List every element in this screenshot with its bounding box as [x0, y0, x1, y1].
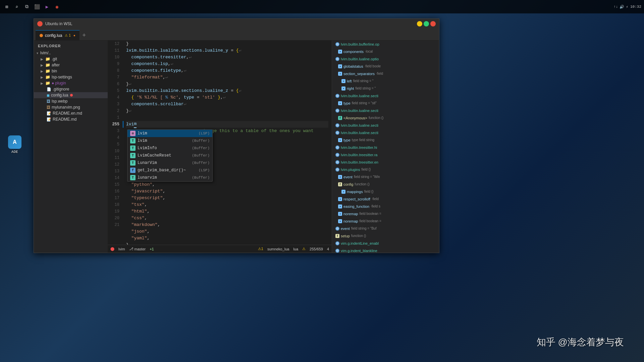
code-line: "markdown",: [126, 222, 328, 228]
rp-item-components[interactable]: ▪ components ·local: [332, 48, 439, 55]
sidebar-item-plugin[interactable]: ▶ 📁 ● plugin: [34, 80, 108, 86]
rp-item-treesitter-en[interactable]: ⊙ lvim.builtin.treesitter.en: [332, 159, 439, 166]
status-warning[interactable]: ⚠1: [258, 247, 263, 251]
rp-item-left[interactable]: ▪ left field string = ": [332, 77, 439, 85]
rp-type: ·local: [365, 49, 373, 55]
rp-type: field string = ": [353, 78, 374, 84]
rp-item-vimg-indent1[interactable]: ⊙ vim.g.indent_blankline: [332, 247, 439, 253]
editor-area: 12 11 10 9 8 7 6 5 4 3 2 1 255 3 4 5: [108, 41, 332, 253]
autocomplete-item-lvim-lsp[interactable]: ⊙ lvim (LSP): [127, 130, 212, 137]
taskbar-icon-chrome[interactable]: ◉: [53, 3, 61, 11]
code-line: }↵: [126, 81, 328, 87]
rp-label: setup: [341, 233, 350, 239]
close-button[interactable]: ×: [430, 21, 436, 26]
rp-label: noremap: [343, 218, 358, 224]
tab-config-lua[interactable]: config.lua ⚠ 1 ●: [36, 30, 79, 40]
rp-field-icon: ▪: [338, 212, 342, 216]
rp-item-type-stl2[interactable]: ▪ type type field string: [332, 136, 439, 144]
rp-item-event[interactable]: ▪ event field string = "Win: [332, 173, 439, 181]
rp-item-mappings[interactable]: ▪ mappings field {}: [332, 188, 439, 195]
rp-item-anonymous[interactable]: f <Anonymous> function (): [332, 114, 439, 122]
rp-item-respect-scrolloff[interactable]: ▪ respect_scrolloff ·field: [332, 195, 439, 203]
rp-type: function (): [369, 115, 383, 121]
rp-field-icon: ▪: [338, 204, 342, 208]
sidebar-item-lsp-settings[interactable]: ▶ 📁 lsp-settings: [34, 74, 108, 80]
rp-item-easing-function[interactable]: ▪ easing_function ·field s: [332, 203, 439, 210]
minimize-button[interactable]: ─: [417, 21, 422, 26]
icon-image: A: [8, 135, 21, 149]
maximize-button[interactable]: □: [424, 21, 429, 26]
sidebar-item-config-lua[interactable]: ◼ config.lua: [34, 92, 108, 98]
rp-item-plugins[interactable]: ⊙ lvim.plugins field {}: [332, 166, 439, 173]
rp-item-event2[interactable]: ⊙ event field string = "Buf: [332, 225, 439, 232]
rp-item-lualine-optio[interactable]: ⊙ lvim.builtin.lualine.optio: [332, 55, 439, 63]
rp-text: vim.g.indentLine_enabl: [341, 240, 379, 246]
rp-item-lualine-secti1[interactable]: ⊙ lvim.builtin.lualine.secti: [332, 92, 439, 100]
rp-item-section-separators[interactable]: ▪ section_separators ·field: [332, 70, 439, 77]
autocomplete-popup[interactable]: ⊙ lvim (LSP) T lvim (Buffer) T LvimInfo …: [127, 129, 213, 182]
sidebar-item-lsp-webp[interactable]: 🖼 lsp.webp: [34, 98, 108, 104]
file-icon: 📄: [47, 87, 51, 92]
code-line: }↵: [126, 108, 328, 114]
sidebar-item-readme-en[interactable]: 📝 README.en.md: [34, 110, 108, 116]
rp-item-lualine-secti2[interactable]: ⊙ lvim.builtin.lualine.secti: [332, 107, 439, 114]
new-tab-button[interactable]: +: [79, 31, 89, 40]
autocomplete-item-lunarvim[interactable]: T LunarVim (Buffer): [127, 159, 212, 167]
icon-text: A: [13, 139, 17, 145]
sidebar-item-png[interactable]: 🖼 mylunarvim.png: [34, 104, 108, 110]
ac-type: (Buffer): [192, 176, 210, 180]
sidebar-item-bin[interactable]: ▶ 📁 bin: [34, 68, 108, 74]
rp-label: left: [347, 78, 352, 84]
status-bar: ⬤ lvim ⎇ master +1 ⚠1 sumneko_lua lua ⚠ …: [108, 245, 332, 253]
rp-item-right[interactable]: ▪ right field string = ": [332, 85, 439, 92]
task-view-icon[interactable]: ⧉: [23, 3, 31, 11]
rp-circle-icon: ⊙: [335, 131, 339, 135]
sidebar-item-label: .git: [52, 57, 57, 61]
branch-name: master: [135, 247, 146, 251]
sidebar-item-gitignore[interactable]: 📄 .gitignore: [34, 86, 108, 92]
status-plus-one: +1: [150, 247, 154, 251]
title-bar-icon: [37, 21, 43, 26]
rp-type: ·field: [376, 71, 383, 77]
desktop-icon-ade[interactable]: A ADE: [7, 134, 23, 155]
ac-type: (LSP): [199, 168, 210, 172]
rp-item-noremap1[interactable]: ▪ noremap field boolean =: [332, 210, 439, 218]
start-icon[interactable]: ⊞: [3, 3, 11, 11]
sidebar-item-readme[interactable]: 📝 README.md: [34, 116, 108, 122]
sidebar-item-after[interactable]: ▶ 📁 after: [34, 62, 108, 68]
taskbar-icon-vscode[interactable]: ⬛: [33, 3, 41, 11]
sidebar-item-label: README.md: [53, 117, 76, 122]
rp-item-lualine-secti4[interactable]: ⊙ lvim.builtin.lualine.secti: [332, 129, 439, 136]
autocomplete-item-lvimcachereset[interactable]: T LvimCacheReset (Buffer): [127, 152, 212, 159]
rp-circle-icon: ⊙: [335, 42, 339, 46]
search-icon[interactable]: ⌕: [13, 3, 21, 11]
rp-field-icon: ▪: [338, 197, 342, 201]
rp-item-treesitter-ra[interactable]: ⊙ lvim.builtin.treesitter.ra: [332, 151, 439, 159]
autocomplete-item-get-lvim-basedir[interactable]: f get_lvim_base_dir()~ (LSP): [127, 167, 212, 174]
rp-item-globalstatus[interactable]: ▪ globalstatus ·field boole: [332, 63, 439, 70]
right-panel: ⊙ lvim.builtin.bufferline.op ▪ component…: [332, 41, 439, 253]
rp-item-treesitter-hi[interactable]: ⊙ lvim.builtin.treesitter.hi: [332, 144, 439, 151]
taskbar-icons-system: ↑↓ 🔊 ⚡: [613, 5, 628, 9]
sidebar-item-git[interactable]: ▶ 📁 .git: [34, 56, 108, 62]
rp-item-config[interactable]: f config function (): [332, 181, 439, 188]
taskbar-icon-terminal[interactable]: ▶: [43, 3, 51, 11]
sidebar-root[interactable]: ▾ lvim/..: [34, 50, 108, 56]
folder-icon: 📁: [45, 69, 50, 73]
autocomplete-item-lvim-buf[interactable]: T lvim (Buffer): [127, 137, 212, 144]
svg-point-0: [38, 22, 42, 25]
rp-item-lualine-secti3[interactable]: ⊙ lvim.builtin.lualine.secti: [332, 122, 439, 129]
autocomplete-item-lviminfo[interactable]: T LvimInfo (Buffer): [127, 144, 212, 152]
sidebar-header: Explorer: [34, 41, 108, 50]
autocomplete-item-lunarvim2[interactable]: T lunarvim (Buffer): [127, 174, 212, 181]
rp-label: event: [341, 226, 350, 232]
rp-item-vimg-indentline[interactable]: ⊙ vim.g.indentLine_enabl: [332, 240, 439, 247]
webp-file-icon: 🖼: [47, 99, 50, 103]
ac-keyword-icon: ⊙: [130, 131, 136, 136]
rp-item-bufferline[interactable]: ⊙ lvim.builtin.bufferline.op: [332, 41, 439, 48]
rp-item-setup[interactable]: f setup function (): [332, 232, 439, 240]
status-lvim-label[interactable]: lvim: [118, 247, 125, 251]
code-line: "tsx",: [126, 201, 328, 208]
rp-item-noremap2[interactable]: ▪ noremap field boolean =: [332, 218, 439, 225]
rp-item-type-stl[interactable]: ▪ type field string = "stl": [332, 100, 439, 107]
